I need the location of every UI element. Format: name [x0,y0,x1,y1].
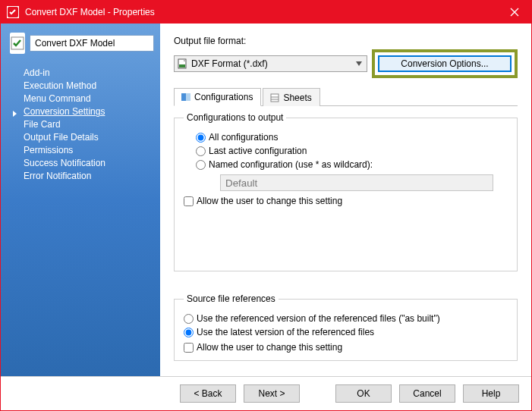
nav-execution-method[interactable]: Execution Method [24,80,151,91]
radio-latest-version-input[interactable] [184,328,194,337]
output-format-value: DXF Format (*.dxf) [191,58,268,69]
svg-rect-3 [179,64,185,67]
window-title: Convert DXF Model - Properties [25,7,497,17]
configurations-legend: Configurations to output [184,112,286,123]
radio-latest-version-label: Use the latest version of the referenced… [197,327,374,337]
conversion-options-button[interactable]: Conversion Options... [378,55,512,72]
radio-referenced-version-label: Use the referenced version of the refere… [197,313,440,324]
task-header [10,33,151,54]
svg-rect-5 [186,93,190,101]
tab-configurations[interactable]: Configurations [174,88,261,106]
tab-sheets[interactable]: Sheets [263,88,320,106]
nav-add-in[interactable]: Add-in [24,67,151,78]
config-allow-change[interactable]: Allow the user to change this setting [184,196,508,206]
main-area: Add-in Execution Method Menu Command Con… [1,24,531,376]
nav-success-notification[interactable]: Success Notification [24,158,151,168]
dialog-body: Add-in Execution Method Menu Command Con… [1,24,531,410]
nav-error-notification[interactable]: Error Notification [24,171,151,181]
source-references-legend: Source file references [184,293,279,304]
radio-named-configuration[interactable]: Named configuration (use * as wildcard): [196,159,508,170]
output-format-select[interactable]: DXF Format (*.dxf) [174,55,367,72]
tab-sheets-label: Sheets [283,93,311,103]
radio-named-configuration-input[interactable] [196,160,206,170]
task-icon [10,33,25,54]
sheets-icon [269,93,280,103]
radio-last-active-label: Last active configuration [209,146,307,156]
close-icon [510,8,519,17]
named-configuration-input [220,174,493,191]
radio-referenced-version[interactable]: Use the referenced version of the refere… [184,313,508,324]
footer: < Back Next > OK Cancel Help [1,376,531,410]
titlebar: Convert DXF Model - Properties [1,1,531,24]
dropdown-icon [353,58,365,70]
conversion-options-highlight: Conversion Options... [372,49,518,78]
radio-referenced-version-input[interactable] [184,314,194,324]
source-allow-change-label: Allow the user to change this setting [197,342,342,353]
configurations-group: Configurations to output All configurati… [174,112,518,271]
source-allow-change-checkbox[interactable] [184,343,194,353]
nav-list: Add-in Execution Method Menu Command Con… [10,67,151,181]
help-button[interactable]: Help [463,384,519,403]
source-allow-change[interactable]: Allow the user to change this setting [184,342,508,353]
properties-dialog: Convert DXF Model - Properties Add-in Ex… [0,0,532,411]
cancel-button[interactable]: Cancel [399,384,455,403]
nav-menu-command[interactable]: Menu Command [24,93,151,104]
next-button[interactable]: Next > [244,384,300,403]
source-references-group: Source file references Use the reference… [174,293,518,361]
back-button[interactable]: < Back [180,384,236,403]
svg-rect-4 [181,93,186,101]
close-button[interactable] [497,1,531,24]
ok-button[interactable]: OK [335,384,392,403]
nav-output-file-details[interactable]: Output File Details [24,132,151,143]
dxf-file-icon [178,58,188,69]
radio-all-configurations-label: All configurations [209,132,278,143]
radio-all-configurations-input[interactable] [196,133,206,143]
spacer [174,279,518,293]
nav-permissions[interactable]: Permissions [24,145,151,155]
nav-conversion-settings[interactable]: Conversion Settings [24,106,151,117]
sidebar: Add-in Execution Method Menu Command Con… [1,24,160,376]
tab-configurations-label: Configurations [194,92,253,102]
task-name-input[interactable] [30,35,154,52]
nav-file-card[interactable]: File Card [24,119,151,130]
radio-last-active-input[interactable] [196,146,206,156]
radio-last-active[interactable]: Last active configuration [196,146,508,156]
radio-named-configuration-label: Named configuration (use * as wildcard): [209,159,373,170]
content-panel: Output file format: DXF Format (*.dxf) C… [160,24,531,376]
format-row: DXF Format (*.dxf) Conversion Options... [174,49,518,78]
radio-all-configurations[interactable]: All configurations [196,132,508,143]
svg-rect-6 [271,94,279,102]
configurations-icon [181,92,191,102]
config-allow-change-checkbox[interactable] [184,196,194,206]
output-format-label: Output file format: [174,36,518,46]
config-allow-change-label: Allow the user to change this setting [197,196,342,206]
radio-latest-version[interactable]: Use the latest version of the referenced… [184,327,508,337]
tab-bar: Configurations Sheets [174,87,518,106]
app-icon [7,6,19,18]
